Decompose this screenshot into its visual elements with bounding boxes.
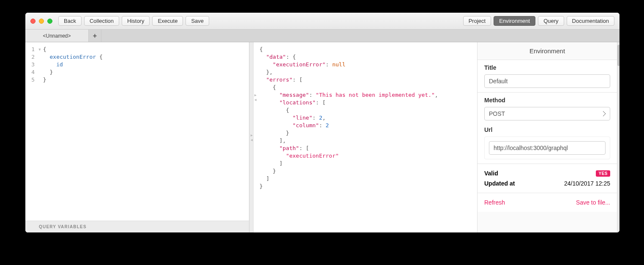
- minimize-icon[interactable]: [39, 19, 44, 24]
- plus-icon: +: [93, 32, 97, 40]
- method-value: POST: [489, 110, 505, 117]
- documentation-button[interactable]: Documentation: [567, 16, 614, 26]
- scrollbar-thumb[interactable]: [617, 45, 619, 66]
- status-section: Valid YES Updated at 24/10/2017 12:25: [478, 164, 617, 193]
- panel-title-text: Environment: [529, 47, 565, 55]
- url-box: [484, 137, 610, 159]
- query-variables-label: QUERY VARIABLES: [39, 224, 87, 229]
- query-button[interactable]: Query: [538, 16, 564, 26]
- updated-value: 24/10/2017 12:25: [564, 180, 610, 187]
- response-viewer[interactable]: { "data": { "executionError": null }, "e…: [254, 42, 477, 194]
- environment-button[interactable]: Environment: [494, 16, 535, 26]
- splitter[interactable]: ▸◂: [249, 42, 254, 232]
- panel-title: Environment: [478, 42, 617, 60]
- content-area: 1 2 3 4 5 ▾ { executionError { id } } QU…: [25, 42, 619, 232]
- panel-actions: Refresh Save to file...: [478, 193, 617, 212]
- titlebar: BackCollectionHistoryExecuteSave Project…: [25, 13, 619, 30]
- tab-bar: <Unnamed> +: [25, 30, 619, 42]
- valid-badge: YES: [596, 170, 610, 177]
- query-variables-header[interactable]: QUERY VARIABLES: [25, 221, 249, 232]
- splitter-arrows-icon: ▸◂: [250, 132, 254, 143]
- tab-label: <Unnamed>: [43, 33, 71, 39]
- title-label: Title: [484, 64, 610, 71]
- back-button[interactable]: Back: [58, 16, 82, 26]
- add-tab-button[interactable]: +: [89, 30, 101, 42]
- close-icon[interactable]: [30, 19, 35, 24]
- updated-label: Updated at: [484, 180, 515, 187]
- save-button[interactable]: Save: [186, 16, 209, 26]
- url-section: Url: [478, 122, 617, 164]
- title-section: Title: [478, 60, 617, 93]
- fold-arrows-icon: ▸◂: [254, 92, 257, 103]
- tab-unnamed[interactable]: <Unnamed>: [25, 30, 89, 42]
- toolbar-left: BackCollectionHistoryExecuteSave: [58, 16, 209, 26]
- url-label: Url: [484, 126, 610, 133]
- toolbar-right: ProjectEnvironmentQueryDocumentation: [463, 16, 614, 26]
- method-select[interactable]: POST: [484, 107, 610, 120]
- app-window: BackCollectionHistoryExecuteSave Project…: [25, 13, 619, 232]
- window-controls: [30, 19, 52, 24]
- collection-button[interactable]: Collection: [84, 16, 119, 26]
- zoom-icon[interactable]: [47, 19, 52, 24]
- title-input[interactable]: [484, 74, 610, 88]
- history-button[interactable]: History: [122, 16, 150, 26]
- save-to-file-link[interactable]: Save to file...: [576, 199, 610, 206]
- response-pane: ▸◂ { "data": { "executionError": null },…: [254, 42, 478, 232]
- project-button[interactable]: Project: [463, 16, 491, 26]
- environment-panel: Environment Title Method POST Url: [478, 42, 617, 232]
- query-editor[interactable]: 1 2 3 4 5 ▾ { executionError { id } }: [25, 42, 249, 221]
- execute-button[interactable]: Execute: [152, 16, 183, 26]
- url-input[interactable]: [489, 141, 606, 155]
- refresh-link[interactable]: Refresh: [484, 199, 505, 206]
- query-editor-pane: 1 2 3 4 5 ▾ { executionError { id } } QU…: [25, 42, 249, 232]
- method-label: Method: [484, 97, 610, 104]
- scrollbar[interactable]: [617, 42, 619, 232]
- valid-label: Valid: [484, 170, 498, 177]
- method-section: Method POST: [478, 93, 617, 122]
